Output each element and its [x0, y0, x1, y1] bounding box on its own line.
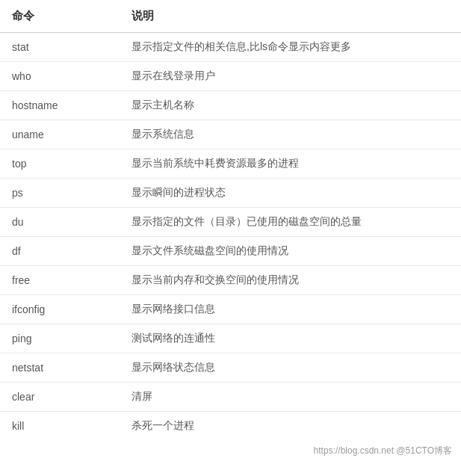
- table-header-row: 命令 说明: [0, 0, 461, 33]
- cell-cmd: stat: [0, 33, 120, 62]
- header-desc: 说明: [120, 0, 461, 33]
- table-row: hostname显示主机名称: [0, 91, 461, 120]
- cell-cmd: ifconfig: [0, 295, 120, 324]
- table-row: who显示在线登录用户: [0, 62, 461, 91]
- table-row: ps显示瞬间的进程状态: [0, 179, 461, 208]
- cell-desc: 显示网络状态信息: [120, 353, 461, 383]
- cell-desc: 清屏: [120, 383, 461, 412]
- cell-cmd: ps: [0, 179, 120, 208]
- cell-desc: 显示瞬间的进程状态: [120, 179, 461, 208]
- cell-cmd: uname: [0, 120, 120, 149]
- table-row: netstat显示网络状态信息: [0, 353, 461, 383]
- cell-desc: 显示指定的文件（目录）已使用的磁盘空间的总量: [120, 208, 461, 237]
- table-row: top显示当前系统中耗费资源最多的进程: [0, 149, 461, 179]
- cell-desc: 显示当前系统中耗费资源最多的进程: [120, 149, 461, 179]
- table-row: ping测试网络的连通性: [0, 324, 461, 353]
- header-cmd: 命令: [0, 0, 120, 33]
- table-row: uname显示系统信息: [0, 120, 461, 149]
- cell-cmd: free: [0, 266, 120, 295]
- cell-cmd: netstat: [0, 353, 120, 383]
- cell-cmd: ping: [0, 324, 120, 353]
- cell-cmd: who: [0, 62, 120, 91]
- cell-cmd: df: [0, 237, 120, 266]
- cell-cmd: kill: [0, 412, 120, 441]
- cell-desc: 显示指定文件的相关信息,比ls命令显示内容更多: [120, 33, 461, 62]
- cell-desc: 显示在线登录用户: [120, 62, 461, 91]
- table-row: df显示文件系统磁盘空间的使用情况: [0, 237, 461, 266]
- cell-cmd: hostname: [0, 91, 120, 120]
- cell-cmd: du: [0, 208, 120, 237]
- cell-desc: 杀死一个进程: [120, 412, 461, 441]
- cell-desc: 显示网络接口信息: [120, 295, 461, 324]
- cell-desc: 显示主机名称: [120, 91, 461, 120]
- footer-watermark: https://blog.csdn.net @51CTO博客: [0, 440, 461, 462]
- table-container: 命令 说明 stat显示指定文件的相关信息,比ls命令显示内容更多who显示在线…: [0, 0, 461, 462]
- table-row: kill杀死一个进程: [0, 412, 461, 441]
- cell-desc: 测试网络的连通性: [120, 324, 461, 353]
- table-row: du显示指定的文件（目录）已使用的磁盘空间的总量: [0, 208, 461, 237]
- table-row: ifconfig显示网络接口信息: [0, 295, 461, 324]
- commands-table: 命令 说明 stat显示指定文件的相关信息,比ls命令显示内容更多who显示在线…: [0, 0, 461, 440]
- cell-cmd: top: [0, 149, 120, 179]
- cell-desc: 显示系统信息: [120, 120, 461, 149]
- cell-desc: 显示文件系统磁盘空间的使用情况: [120, 237, 461, 266]
- table-row: stat显示指定文件的相关信息,比ls命令显示内容更多: [0, 33, 461, 62]
- cell-desc: 显示当前内存和交换空间的使用情况: [120, 266, 461, 295]
- table-row: clear清屏: [0, 383, 461, 412]
- cell-cmd: clear: [0, 383, 120, 412]
- table-row: free显示当前内存和交换空间的使用情况: [0, 266, 461, 295]
